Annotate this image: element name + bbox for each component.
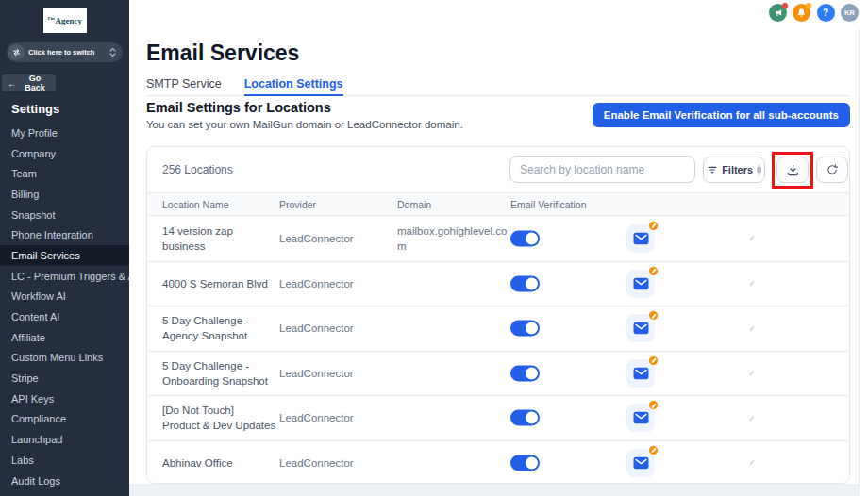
sidebar-item-billing[interactable]: Billing	[0, 184, 129, 205]
sidebar-item-stripe[interactable]: Stripe	[0, 368, 129, 389]
sidebar-heading: Settings	[11, 102, 59, 116]
table-toolbar: 256 Locations Filters 0	[147, 147, 849, 192]
column-location-name: Location Name	[162, 199, 229, 210]
edit-icon[interactable]	[743, 365, 760, 382]
settings-sidebar: TheAgency Click here to switch Go Back S…	[0, 0, 129, 496]
provider-cell: LeadConnector	[279, 410, 354, 425]
provider-cell: LeadConnector	[279, 276, 354, 291]
back-arrow-icon	[8, 78, 17, 89]
provider-cell: LeadConnector	[279, 321, 354, 336]
edit-icon[interactable]	[743, 320, 760, 337]
edit-icon[interactable]	[743, 455, 760, 471]
agency-logo: TheAgency	[43, 8, 87, 33]
edit-icon[interactable]	[743, 275, 760, 292]
sidebar-item-my-profile[interactable]: My Profile	[0, 123, 129, 143]
sidebar-item-affiliate[interactable]: Affiliate	[0, 327, 129, 348]
toggle-knob	[526, 277, 538, 289]
sidebar-item-label: Email Services	[11, 250, 80, 261]
email-verification-toggle[interactable]	[510, 455, 540, 471]
enable-email-verification-button[interactable]: Enable Email Verification for all sub-ac…	[593, 103, 850, 127]
go-back-button[interactable]: Go Back	[2, 74, 56, 91]
filters-button[interactable]: Filters 0	[703, 157, 765, 183]
email-status-button[interactable]	[626, 314, 655, 342]
email-verification-toggle[interactable]	[510, 275, 540, 291]
sidebar-item-content-ai[interactable]: Content AI	[0, 306, 129, 327]
sidebar-item-company[interactable]: Company	[0, 143, 129, 164]
email-verification-toggle[interactable]	[510, 410, 540, 426]
sidebar-item-workflow-ai[interactable]: Workflow AI	[0, 287, 129, 307]
email-warning-badge-icon	[648, 445, 659, 455]
avatar[interactable]: KR	[841, 4, 859, 22]
sidebar-item-team[interactable]: Team	[0, 163, 129, 184]
export-button[interactable]	[776, 157, 809, 183]
help-icon[interactable]: ?	[817, 4, 835, 22]
table-row: Abhinav Office LeadConnector	[147, 440, 849, 485]
sidebar-item-email-services[interactable]: Email Services	[0, 245, 129, 266]
filter-lines-icon	[707, 164, 718, 175]
sidebar-item-compliance[interactable]: Compliance	[0, 409, 129, 430]
table-row: [Do Not Touch] Product & Dev Updates Lea…	[147, 395, 849, 440]
toggle-knob	[526, 456, 538, 469]
notification-dot	[782, 3, 788, 8]
refresh-button[interactable]	[816, 157, 848, 183]
location-name-cell: 4000 S Semoran Blvd	[162, 276, 277, 291]
main-content: ? KR Email Services SMTP Service Locatio…	[129, 0, 868, 496]
email-status-button[interactable]	[626, 404, 655, 432]
envelope-icon	[633, 232, 649, 245]
email-warning-badge-icon	[648, 310, 659, 321]
toggle-knob	[526, 412, 538, 424]
email-status-button[interactable]	[626, 224, 655, 253]
tab-bar: SMTP Service Location Settings	[146, 77, 850, 96]
sidebar-item-label: LC - Premium Triggers & Acti...	[11, 271, 129, 282]
download-icon	[786, 163, 800, 177]
scrollbar-track	[859, 28, 860, 484]
announcements-icon[interactable]	[769, 4, 787, 22]
sidebar-item-lc-premium-triggers-acti[interactable]: LC - Premium Triggers & Acti...	[0, 266, 129, 287]
filters-count-badge: 0	[757, 164, 761, 176]
email-status-button[interactable]	[626, 270, 655, 298]
sidebar-item-audit-logs[interactable]: Audit Logs	[0, 471, 129, 491]
sidebar-item-label: Audit Logs	[11, 475, 60, 487]
sidebar-item-snapshot[interactable]: Snapshot	[0, 205, 129, 225]
refresh-icon	[826, 163, 839, 176]
table-row: 5 Day Challenge - Onboarding Snapshot Le…	[147, 351, 849, 396]
table-row: 4000 S Semoran Blvd LeadConnector	[147, 261, 849, 306]
email-status-button[interactable]	[626, 449, 655, 477]
chevron-updown-icon	[108, 47, 117, 58]
search-input[interactable]	[509, 156, 695, 183]
sidebar-item-label: Launchpad	[11, 434, 62, 445]
table-row: 5 Day Challenge - Agency Snapshot LeadCo…	[147, 306, 849, 351]
topbar-icons: ? KR	[769, 4, 860, 22]
envelope-icon	[633, 367, 649, 380]
provider-cell: LeadConnector	[279, 455, 354, 471]
location-name-cell: 5 Day Challenge - Agency Snapshot	[162, 313, 277, 343]
domain-cell: mailbox.gohighlevel.co m	[397, 223, 510, 254]
provider-cell: LeadConnector	[279, 366, 354, 381]
email-verification-toggle[interactable]	[510, 230, 540, 246]
column-domain: Domain	[397, 199, 431, 210]
provider-cell: LeadConnector	[279, 231, 354, 246]
sidebar-item-label: Compliance	[11, 413, 66, 424]
email-verification-toggle[interactable]	[510, 321, 540, 337]
column-provider: Provider	[279, 199, 316, 210]
sidebar-item-launchpad[interactable]: Launchpad	[0, 429, 129, 450]
switch-icon	[8, 44, 25, 60]
sidebar-item-custom-menu-links[interactable]: Custom Menu Links	[0, 348, 129, 369]
account-switcher[interactable]: Click here to switch	[7, 42, 123, 62]
tab-location-settings[interactable]: Location Settings	[244, 77, 343, 95]
sidebar-item-label: My Profile	[11, 127, 58, 139]
bell-icon[interactable]	[793, 4, 810, 22]
envelope-icon	[633, 322, 649, 335]
locations-count: 256 Locations	[162, 163, 233, 176]
sidebar-item-labs[interactable]: Labs	[0, 450, 129, 471]
sidebar-item-api-keys[interactable]: API Keys	[0, 389, 129, 409]
email-verification-toggle[interactable]	[510, 365, 540, 381]
location-name-cell: Abhinav Office	[162, 455, 277, 471]
sidebar-item-phone-integration[interactable]: Phone Integration	[0, 224, 129, 245]
edit-icon[interactable]	[743, 409, 760, 426]
toggle-knob	[526, 232, 538, 244]
email-status-button[interactable]	[626, 359, 655, 388]
section-description: You can set your own MailGun domain or L…	[146, 119, 463, 130]
tab-smtp-service[interactable]: SMTP Service	[146, 77, 222, 95]
edit-icon[interactable]	[743, 230, 760, 247]
